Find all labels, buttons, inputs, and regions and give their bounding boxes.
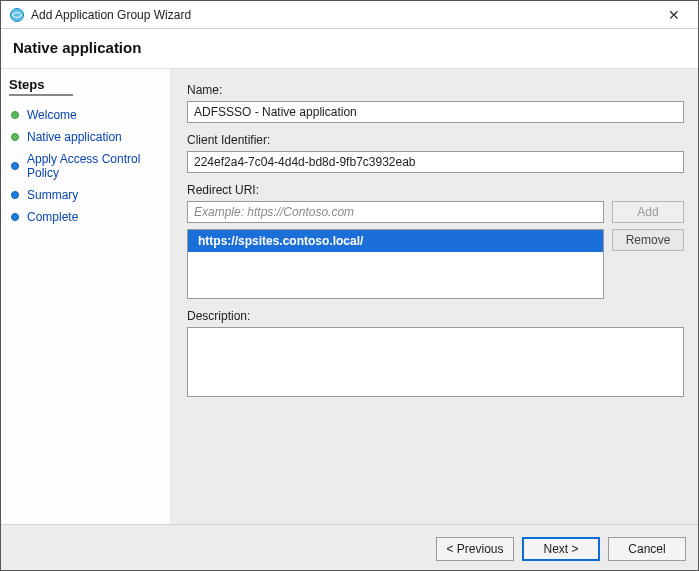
steps-heading: Steps (9, 77, 164, 92)
description-input[interactable] (187, 327, 684, 397)
redirect-uri-list[interactable]: https://spsites.contoso.local/ (187, 229, 604, 299)
close-icon: ✕ (668, 7, 680, 23)
client-id-input[interactable] (187, 151, 684, 173)
step-complete[interactable]: Complete (9, 206, 164, 228)
wizard-header: Native application (1, 29, 699, 69)
next-button[interactable]: Next > (522, 537, 600, 561)
form-panel: Name: Client Identifier: Redirect URI: A… (171, 69, 699, 524)
step-label: Welcome (27, 108, 77, 122)
close-button[interactable]: ✕ (654, 1, 694, 29)
client-id-label: Client Identifier: (187, 133, 684, 147)
step-welcome[interactable]: Welcome (9, 104, 164, 126)
previous-button[interactable]: < Previous (436, 537, 514, 561)
redirect-uri-item[interactable]: https://spsites.contoso.local/ (188, 230, 603, 252)
redirect-uri-input[interactable] (187, 201, 604, 223)
name-label: Name: (187, 83, 684, 97)
description-label: Description: (187, 309, 684, 323)
titlebar: Add Application Group Wizard ✕ (1, 1, 699, 29)
page-title: Native application (13, 39, 688, 56)
step-summary[interactable]: Summary (9, 184, 164, 206)
cancel-button[interactable]: Cancel (608, 537, 686, 561)
app-icon (9, 7, 25, 23)
step-bullet-icon (11, 162, 19, 170)
step-native-application[interactable]: Native application (9, 126, 164, 148)
window-title: Add Application Group Wizard (31, 8, 654, 22)
name-input[interactable] (187, 101, 684, 123)
steps-sidebar: Steps Welcome Native application Apply A… (1, 69, 171, 524)
step-bullet-icon (11, 133, 19, 141)
steps-underline (9, 94, 73, 96)
step-label: Apply Access Control Policy (27, 152, 162, 180)
step-apply-access-control[interactable]: Apply Access Control Policy (9, 148, 164, 184)
add-button[interactable]: Add (612, 201, 684, 223)
step-label: Complete (27, 210, 78, 224)
step-bullet-icon (11, 111, 19, 119)
step-label: Summary (27, 188, 78, 202)
remove-button[interactable]: Remove (612, 229, 684, 251)
step-label: Native application (27, 130, 122, 144)
step-bullet-icon (11, 191, 19, 199)
redirect-uri-label: Redirect URI: (187, 183, 684, 197)
wizard-footer: < Previous Next > Cancel (1, 524, 699, 571)
step-bullet-icon (11, 213, 19, 221)
